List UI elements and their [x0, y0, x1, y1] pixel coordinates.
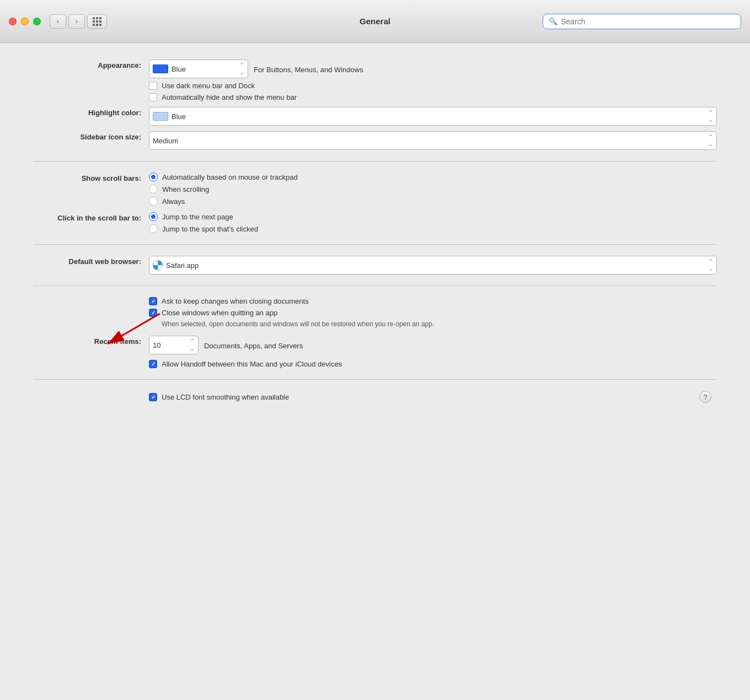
- browser-section: Default web browser: Safari.app ⌃⌄: [33, 256, 717, 274]
- divider-3: [33, 286, 717, 286]
- close-button[interactable]: [9, 18, 17, 25]
- chevron-up-down-icon: ⌃⌄: [239, 62, 244, 76]
- appearance-section: Appearance: Blue ⌃⌄ For Buttons, Menus, …: [33, 60, 717, 150]
- documents-section: Ask to keep changes when closing documen…: [33, 297, 717, 368]
- grid-view-button[interactable]: [87, 14, 107, 29]
- highlight-value: Blue: [172, 112, 186, 121]
- recent-items-description: Documents, Apps, and Servers: [204, 340, 303, 350]
- jump-page-radio[interactable]: [149, 212, 158, 221]
- back-button[interactable]: ‹: [50, 14, 66, 29]
- auto-hide-menu-checkbox[interactable]: [149, 93, 157, 101]
- ask-keep-checkbox[interactable]: [149, 297, 157, 305]
- handoff-label: Allow Handoff between this Mac and your …: [162, 360, 342, 368]
- scroll-auto-radio[interactable]: [149, 173, 158, 181]
- recent-items-content: 10 ⌃⌄ Documents, Apps, and Servers: [149, 336, 717, 354]
- divider-2: [33, 244, 717, 245]
- auto-hide-menu-label: Automatically hide and show the menu bar: [162, 93, 297, 101]
- appearance-select[interactable]: Blue ⌃⌄: [149, 60, 248, 78]
- grid-icon: [93, 17, 101, 26]
- sidebar-value: Medium: [153, 137, 178, 145]
- dark-menu-bar-row: Use dark menu bar and Dock: [149, 82, 717, 90]
- documents-checkboxes-row: Ask to keep changes when closing documen…: [33, 297, 717, 328]
- scroll-when-radio[interactable]: [149, 185, 158, 193]
- window-title: General: [360, 17, 390, 26]
- recent-items-select[interactable]: 10 ⌃⌄: [149, 336, 199, 354]
- jump-page-label: Jump to the next page: [162, 213, 233, 221]
- forward-button[interactable]: ›: [68, 14, 85, 29]
- jump-spot-radio[interactable]: [149, 224, 158, 233]
- sidebar-chevron-icon: ⌃⌄: [708, 133, 713, 148]
- minimize-button[interactable]: [21, 18, 29, 25]
- search-box[interactable]: 🔍: [543, 14, 741, 29]
- appearance-row: Appearance: Blue ⌃⌄ For Buttons, Menus, …: [33, 60, 717, 101]
- appearance-label: Appearance:: [33, 60, 149, 69]
- appearance-value: Blue: [172, 65, 186, 73]
- highlight-chevron-icon: ⌃⌄: [708, 109, 713, 123]
- highlight-label: Highlight color:: [33, 107, 149, 117]
- title-bar: ‹ › General 🔍: [0, 0, 750, 43]
- dark-menu-bar-checkbox[interactable]: [149, 82, 157, 90]
- lcd-section: Use LCD font smoothing when available ?: [33, 391, 717, 403]
- browser-content: Safari.app ⌃⌄: [149, 256, 717, 274]
- browser-select[interactable]: Safari.app ⌃⌄: [149, 256, 717, 274]
- appearance-content: Blue ⌃⌄ For Buttons, Menus, and Windows …: [149, 60, 717, 101]
- light-blue-swatch: [153, 112, 168, 121]
- appearance-description: For Buttons, Menus, and Windows: [254, 64, 363, 74]
- handoff-label-empty: [33, 360, 149, 362]
- ask-keep-label: Ask to keep changes when closing documen…: [162, 297, 309, 305]
- highlight-content: Blue ⌃⌄: [149, 107, 717, 126]
- highlight-color-row: Highlight color: Blue ⌃⌄: [33, 107, 717, 126]
- handoff-checkbox-row: Allow Handoff between this Mac and your …: [149, 360, 717, 368]
- scroll-always-row: Always: [149, 197, 717, 206]
- dark-menu-bar-label: Use dark menu bar and Dock: [162, 82, 255, 90]
- documents-label-empty: [33, 297, 149, 299]
- recent-items-inline: 10 ⌃⌄ Documents, Apps, and Servers: [149, 336, 717, 354]
- scroll-bars-label: Show scroll bars:: [33, 173, 149, 182]
- scroll-click-label: Click in the scroll bar to:: [33, 212, 149, 222]
- search-input[interactable]: [561, 17, 735, 26]
- close-windows-label: Close windows when quitting an app: [162, 309, 277, 317]
- maximize-button[interactable]: [33, 18, 41, 25]
- browser-row: Default web browser: Safari.app ⌃⌄: [33, 256, 717, 274]
- help-button[interactable]: ?: [699, 391, 711, 403]
- recent-items-label: Recent items:: [33, 336, 149, 346]
- auto-hide-menu-row: Automatically hide and show the menu bar: [149, 93, 717, 101]
- recent-items-row: Recent items: 10 ⌃⌄ Documents, Apps, and…: [33, 336, 717, 354]
- blue-swatch: [153, 64, 168, 73]
- lcd-checkbox-row: Use LCD font smoothing when available: [149, 393, 289, 401]
- scroll-when-label: When scrolling: [162, 185, 209, 193]
- nav-buttons: ‹ ›: [50, 14, 85, 29]
- jump-page-row: Jump to the next page: [149, 212, 717, 221]
- settings-content: Appearance: Blue ⌃⌄ For Buttons, Menus, …: [0, 43, 750, 700]
- scroll-auto-row: Automatically based on mouse or trackpad: [149, 173, 717, 181]
- jump-spot-row: Jump to the spot that’s clicked: [149, 224, 717, 233]
- appearance-inline: Blue ⌃⌄ For Buttons, Menus, and Windows: [149, 60, 717, 78]
- divider-4: [33, 379, 717, 380]
- recent-items-chevron-icon: ⌃⌄: [190, 338, 195, 352]
- browser-value: Safari.app: [166, 261, 199, 270]
- safari-icon: [153, 260, 163, 270]
- ask-keep-row: Ask to keep changes when closing documen…: [149, 297, 717, 305]
- documents-sub-text: When selected, open documents and window…: [149, 320, 469, 328]
- scroll-click-row: Click in the scroll bar to: Jump to the …: [33, 212, 717, 233]
- scroll-auto-label: Automatically based on mouse or trackpad: [162, 173, 298, 181]
- scroll-always-radio[interactable]: [149, 197, 158, 206]
- lcd-row: Use LCD font smoothing when available ?: [33, 391, 717, 403]
- recent-items-value: 10: [153, 341, 160, 349]
- lcd-checkbox[interactable]: [149, 393, 157, 401]
- handoff-content: Allow Handoff between this Mac and your …: [149, 360, 717, 368]
- handoff-row: Allow Handoff between this Mac and your …: [33, 360, 717, 368]
- browser-label: Default web browser:: [33, 256, 149, 266]
- search-icon: 🔍: [549, 17, 558, 25]
- divider-1: [33, 161, 717, 161]
- browser-chevron-icon: ⌃⌄: [708, 258, 713, 272]
- lcd-label: Use LCD font smoothing when available: [162, 393, 289, 401]
- scroll-click-content: Jump to the next page Jump to the spot t…: [149, 212, 717, 233]
- sidebar-label: Sidebar icon size:: [33, 131, 149, 141]
- scroll-always-label: Always: [162, 197, 185, 206]
- highlight-select[interactable]: Blue ⌃⌄: [149, 107, 717, 126]
- handoff-checkbox[interactable]: [149, 360, 157, 368]
- sidebar-select[interactable]: Medium ⌃⌄: [149, 131, 717, 150]
- jump-spot-label: Jump to the spot that’s clicked: [162, 225, 258, 233]
- close-windows-checkbox[interactable]: [149, 309, 157, 317]
